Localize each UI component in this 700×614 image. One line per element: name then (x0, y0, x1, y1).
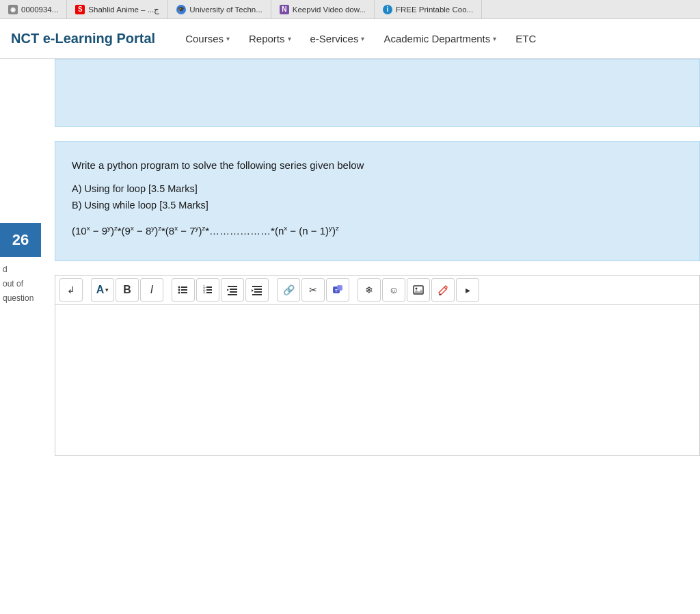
image-icon (413, 285, 424, 295)
answer-editor: ↲ A ▾ B I (55, 275, 700, 456)
bold-button[interactable]: B (116, 278, 139, 302)
special-button[interactable]: ❄ (358, 278, 381, 302)
outdent-icon (227, 284, 238, 295)
previous-question-area (55, 59, 700, 127)
font-arrow-icon: ▾ (105, 286, 109, 293)
font-button[interactable]: A ▾ (91, 278, 114, 302)
indent-icon (252, 284, 262, 295)
eservices-arrow-icon: ▾ (361, 35, 364, 42)
draw-icon (438, 284, 448, 295)
svg-marker-16 (227, 289, 229, 291)
svg-rect-1 (181, 286, 187, 288)
outdent-button[interactable] (221, 278, 244, 302)
nav-eservices[interactable]: e-Services ▾ (301, 19, 375, 59)
tab-5-icon: i (383, 5, 392, 14)
tab-3-icon: 🎓 (176, 5, 186, 14)
ol-icon: 1. 2. 3. (202, 284, 213, 295)
svg-rect-15 (228, 294, 237, 295)
tab-5[interactable]: i FREE Printable Coo... (375, 0, 482, 18)
editor-toolbar: ↲ A ▾ B I (55, 276, 699, 305)
tab-3[interactable]: 🎓 University of Techn... (168, 0, 271, 18)
sidebar-question: question (0, 291, 55, 306)
ul-icon (178, 284, 189, 295)
svg-rect-12 (228, 286, 237, 287)
nav-courses[interactable]: Courses ▾ (176, 19, 239, 59)
tab-1[interactable]: ◉ 0000934... (0, 0, 67, 18)
nav-reports[interactable]: Reports ▾ (239, 19, 301, 59)
tab-1-label: 0000934... (21, 5, 58, 14)
svg-rect-3 (181, 289, 187, 291)
answer-input-area[interactable] (55, 305, 699, 455)
navbar: NCT e-Learning Portal Courses ▾ Reports … (0, 19, 700, 59)
tab-4-label: Keepvid Video dow... (293, 5, 366, 14)
draw-button[interactable] (431, 278, 455, 302)
svg-rect-19 (254, 291, 262, 293)
undo-button[interactable]: ↲ (59, 278, 83, 302)
brand-title: NCT e-Learning Portal (11, 31, 155, 46)
svg-rect-9 (206, 289, 212, 291)
svg-point-4 (178, 291, 180, 293)
more-options-button[interactable]: ▸ (456, 278, 479, 302)
sidebar-line1: d (0, 263, 55, 277)
academic-arrow-icon: ▾ (493, 35, 496, 42)
ordered-list-button[interactable]: 1. 2. 3. (196, 278, 219, 302)
question-block: Write a python program to solve the foll… (55, 141, 700, 261)
browser-tab-bar: ◉ 0000934... S Shahlid Anime – ...ج 🎓 Un… (0, 0, 700, 19)
tab-4-icon: N (280, 5, 289, 14)
svg-point-26 (416, 287, 418, 289)
svg-text:3.: 3. (203, 290, 206, 294)
tab-2[interactable]: S Shahlid Anime – ...ج (67, 0, 168, 18)
question-number-badge: 26 (0, 223, 41, 257)
tab-1-icon: ◉ (8, 5, 18, 14)
tab-4[interactable]: N Keepvid Video dow... (271, 0, 375, 18)
unordered-list-button[interactable] (172, 278, 195, 302)
reports-arrow-icon: ▾ (288, 35, 291, 42)
svg-point-2 (178, 289, 180, 291)
indent-button[interactable] (245, 278, 269, 302)
content-area: Write a python program to solve the foll… (55, 59, 700, 456)
tab-5-label: FREE Printable Coo... (396, 5, 473, 14)
svg-rect-20 (252, 294, 262, 295)
main-container: 26 d out of question Write a python prog… (0, 59, 700, 456)
svg-rect-23 (337, 285, 342, 291)
svg-marker-21 (252, 289, 254, 292)
svg-marker-27 (414, 289, 423, 293)
tab-2-label: Shahlid Anime – ...ج (88, 5, 159, 14)
tab-3-label: University of Techn... (189, 5, 262, 14)
svg-text:T: T (335, 289, 338, 293)
question-main-text: Write a python program to solve the foll… (72, 158, 683, 174)
nav-academic[interactable]: Academic Departments ▾ (374, 19, 506, 59)
svg-rect-17 (252, 286, 262, 287)
svg-rect-14 (230, 291, 237, 293)
svg-rect-5 (181, 292, 187, 293)
teams-icon: T (332, 284, 344, 296)
sidebar-out-of: out of (0, 277, 55, 291)
svg-rect-18 (254, 289, 262, 290)
svg-point-0 (178, 286, 180, 288)
math-formula: (10x − 9y)z*(9x − 8y)z*(8x − 7y)z*………………… (72, 222, 683, 240)
svg-rect-11 (206, 292, 212, 293)
svg-rect-13 (230, 289, 237, 290)
tab-2-icon: S (75, 5, 85, 14)
emoji-button[interactable]: ☺ (382, 278, 405, 302)
question-part-b: B) Using while loop [3.5 Marks] (72, 200, 683, 211)
nav-etc[interactable]: ETC (506, 19, 546, 59)
sidebar: 26 d out of question (0, 59, 55, 456)
question-part-a: A) Using for loop [3.5 Marks] (72, 183, 683, 194)
image-button[interactable] (407, 278, 430, 302)
link-button[interactable]: 🔗 (277, 278, 300, 302)
italic-button[interactable]: I (140, 278, 163, 302)
special-paste-button[interactable]: ✂ (301, 278, 325, 302)
courses-arrow-icon: ▾ (226, 35, 230, 42)
font-label: A (96, 284, 105, 296)
svg-rect-7 (206, 286, 212, 288)
teams-button[interactable]: T (326, 278, 349, 302)
